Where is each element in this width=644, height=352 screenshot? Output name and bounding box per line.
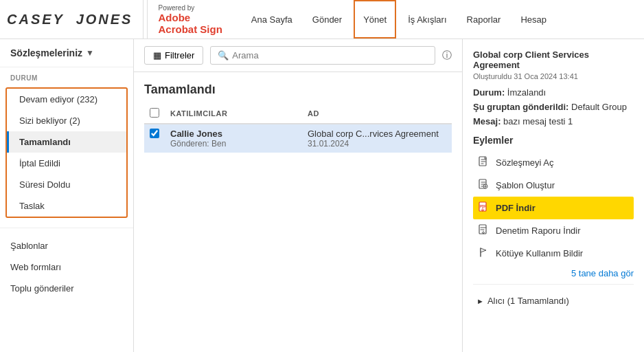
participant-name: Callie Jones xyxy=(170,129,297,139)
rp-mesaj-value-text: bazı mesaj testi 1 xyxy=(503,116,573,126)
action-denetim-indir[interactable]: Denetim Raporu İndir xyxy=(473,219,634,242)
content-area: ▦ Filtreler 🔍 ⓘ Tamamlandı KATILIMCILAR xyxy=(134,39,462,352)
info-icon[interactable]: ⓘ xyxy=(442,50,452,62)
more-link[interactable]: 5 tane daha gör xyxy=(473,268,634,278)
svg-text:PDF: PDF xyxy=(480,205,486,208)
sidebar-item-devam-ediyor[interactable]: Devam ediyor (232) xyxy=(7,89,126,110)
action-kotüye-bildir-label: Kötüye Kullanım Bildir xyxy=(496,248,583,258)
nav-ana-sayfa[interactable]: Ana Sayfa xyxy=(243,0,301,38)
expand-alici[interactable]: ► Alıcı (1 Tamamlandı) xyxy=(473,290,634,311)
status-group: Devam ediyor (232) Sizi bekliyor (2) Tam… xyxy=(5,87,128,218)
rp-durum-value-text: İmzalandı xyxy=(507,87,546,98)
right-panel: Global corp Client Services Agreement Ol… xyxy=(462,39,644,352)
rp-durum-label: Durum: xyxy=(473,87,505,98)
sidebar-title: Sözleşmeleriniz xyxy=(10,47,82,58)
select-all-checkbox[interactable] xyxy=(150,108,159,118)
sidebar-header[interactable]: Sözleşmeleriniz ▼ xyxy=(0,39,133,67)
rp-group-row: Şu gruptan gönderildi: Default Group xyxy=(473,102,634,112)
action-sozlesmeyi-ac-label: Sözleşmeyi Aç xyxy=(496,157,554,168)
sidebar-divider xyxy=(0,228,133,228)
chevron-down-icon: ▼ xyxy=(86,48,94,58)
search-input[interactable] xyxy=(232,50,428,60)
sidebar-item-tamamlandi[interactable]: Tamamlandı xyxy=(7,131,126,153)
template-icon xyxy=(476,179,490,192)
nav-yonet[interactable]: Yönet xyxy=(354,0,396,38)
doc-date: 31.01.2024 xyxy=(308,139,446,148)
sidebar-item-taslak[interactable]: Taslak xyxy=(7,195,126,217)
nav-gonder[interactable]: Gönder xyxy=(304,0,350,38)
action-pdf-indir[interactable]: PDF PDF İndir xyxy=(473,197,634,219)
sidebar-item-iptal-edildi[interactable]: İptal Edildi xyxy=(7,153,126,174)
pdf-icon: PDF xyxy=(476,201,490,214)
main-nav: Ana Sayfa Gönder Yönet İş Akışları Rapor… xyxy=(243,0,555,38)
acrobat-sign-label: Acrobat Sign xyxy=(158,23,222,35)
sidebar-item-sablonlar[interactable]: Şablonlar xyxy=(0,235,133,256)
nav-raporlar[interactable]: Raporlar xyxy=(459,0,509,38)
action-kotüye-bildir[interactable]: Kötüye Kullanım Bildir xyxy=(473,242,634,265)
content-toolbar: ▦ Filtreler 🔍 ⓘ xyxy=(134,39,462,72)
rp-eylemler-label: Eylemler xyxy=(473,135,634,146)
table-row[interactable]: Callie Jones Gönderen: Ben Global corp C… xyxy=(144,124,452,153)
col-header-check xyxy=(144,104,165,124)
row-doc-cell: Global corp C...rvices Agreement 31.01.2… xyxy=(302,124,452,153)
expand-label: Alıcı (1 Tamamlandı) xyxy=(487,296,569,306)
sidebar-item-web-formlari[interactable]: Web formları xyxy=(0,256,133,278)
powered-label: Powered by xyxy=(158,4,222,12)
agreements-table: KATILIMCILAR AD Callie Jones Gönderen: B… xyxy=(144,104,452,153)
action-pdf-indir-label: PDF İndir xyxy=(496,203,536,213)
logo-area: CASEY JONES xyxy=(7,0,143,38)
row-checkbox[interactable] xyxy=(150,129,159,138)
action-sablon-olustur-label: Şablon Oluştur xyxy=(496,180,555,190)
audit-icon xyxy=(476,224,490,237)
action-sozlesmeyi-ac[interactable]: Sözleşmeyi Aç xyxy=(473,151,634,174)
nav-is-akislari[interactable]: İş Akışları xyxy=(400,0,455,38)
participant-sub: Gönderen: Ben xyxy=(170,139,297,148)
search-box[interactable]: 🔍 xyxy=(210,46,435,65)
filter-button[interactable]: ▦ Filtreler xyxy=(144,46,203,65)
sidebar-item-sizi-bekliyor[interactable]: Sizi bekliyor (2) xyxy=(7,110,126,131)
col-header-participants: KATILIMCILAR xyxy=(165,104,302,124)
main-layout: Sözleşmeleriniz ▼ DURUM Devam ediyor (23… xyxy=(0,39,644,352)
expand-icon: ► xyxy=(476,297,484,305)
rp-group-label: Şu gruptan gönderildi: xyxy=(473,102,568,112)
sidebar-item-suresi-doldu[interactable]: Süresi Doldu xyxy=(7,174,126,195)
flag-icon xyxy=(476,247,490,260)
open-doc-icon xyxy=(476,156,490,169)
filter-label: Filtreler xyxy=(165,50,194,60)
nav-hesap[interactable]: Hesap xyxy=(512,0,555,38)
filter-icon: ▦ xyxy=(153,50,161,60)
rp-mesaj-row: Mesaj: bazı mesaj testi 1 xyxy=(473,116,634,126)
rp-created-date: Oluşturuldu 31 Oca 2024 13:41 xyxy=(473,72,634,80)
adobe-label: Adobe xyxy=(158,12,222,23)
logo: CASEY JONES xyxy=(7,10,133,28)
agreements-table-area: KATILIMCILAR AD Callie Jones Gönderen: B… xyxy=(134,104,462,352)
rp-agreement-title: Global corp Client Services Agreement xyxy=(473,50,634,70)
durum-section-label: DURUM xyxy=(0,67,133,85)
content-title: Tamamlandı xyxy=(134,72,462,104)
action-sablon-olustur[interactable]: Şablon Oluştur xyxy=(473,174,634,197)
sidebar: Sözleşmeleriniz ▼ DURUM Devam ediyor (23… xyxy=(0,39,134,352)
row-participant-cell: Callie Jones Gönderen: Ben xyxy=(165,124,302,153)
rp-group-value-text: Default Group xyxy=(571,102,627,112)
search-icon: 🔍 xyxy=(218,50,229,60)
row-checkbox-cell xyxy=(144,124,165,153)
rp-durum-row: Durum: İmzalandı xyxy=(473,87,634,98)
col-header-name: AD xyxy=(302,104,452,124)
rp-mesaj-label: Mesaj: xyxy=(473,116,501,126)
panel-divider xyxy=(473,284,634,285)
sidebar-item-toplu-gonderiler[interactable]: Toplu gönderiler xyxy=(0,278,133,299)
adobe-brand: Powered by Adobe Acrobat Sign xyxy=(147,0,222,38)
doc-name: Global corp C...rvices Agreement xyxy=(308,129,446,139)
header: CASEY JONES Powered by Adobe Acrobat Sig… xyxy=(0,0,644,39)
action-denetim-indir-label: Denetim Raporu İndir xyxy=(496,226,581,236)
